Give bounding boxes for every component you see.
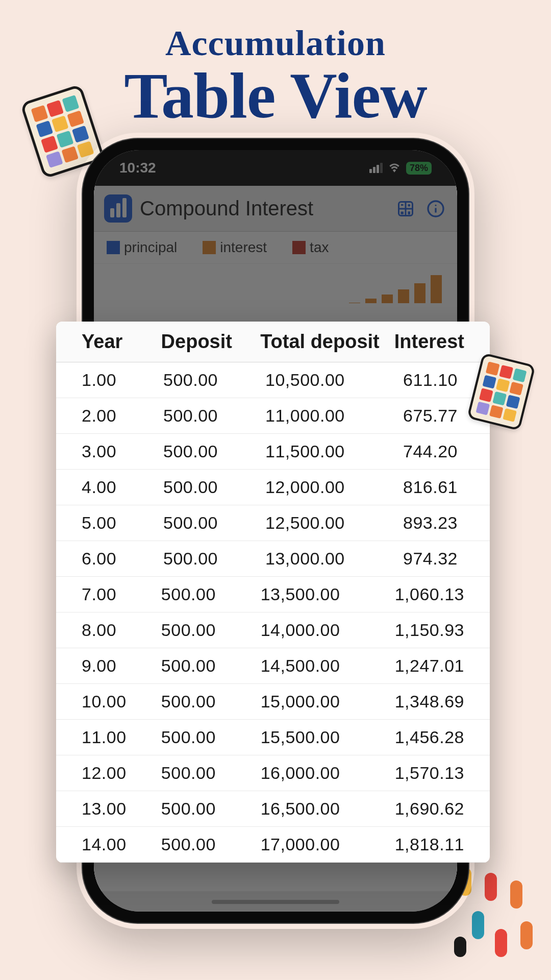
table-row[interactable]: 14.00500.0017,000.001,818.11	[56, 827, 490, 863]
cell-deposit: 500.00	[161, 727, 261, 747]
status-time: 10:32	[119, 160, 156, 176]
status-bar: 10:32 78%	[94, 150, 457, 186]
cellular-signal-icon	[369, 163, 383, 173]
swatch-icon	[292, 241, 306, 254]
cell-total: 15,500.00	[261, 727, 395, 747]
cell-deposit: 500.00	[163, 513, 265, 533]
app-title: Compound Interest	[140, 197, 387, 220]
table-row[interactable]: 3.00500.0011,500.00744.20	[56, 434, 490, 470]
table-row[interactable]: 11.00500.0015,500.001,456.28	[56, 720, 490, 755]
cell-interest: 1,456.28	[395, 727, 464, 747]
cell-interest: 1,150.93	[395, 620, 464, 640]
cell-deposit: 500.00	[163, 406, 265, 426]
table-row[interactable]: 7.00500.0013,500.001,060.13	[56, 577, 490, 612]
cell-year: 7.00	[82, 584, 161, 604]
cell-total: 16,000.00	[261, 763, 395, 783]
app-logo-icon	[104, 194, 132, 223]
col-header-deposit: Deposit	[161, 331, 261, 353]
cell-deposit: 500.00	[163, 370, 265, 390]
cell-deposit: 500.00	[161, 799, 261, 819]
table-header-row: Year Deposit Total deposit Interest	[56, 322, 490, 362]
cell-year: 1.00	[82, 370, 163, 390]
cell-year: 4.00	[82, 477, 163, 497]
cell-total: 15,000.00	[261, 692, 395, 712]
cell-deposit: 500.00	[163, 477, 265, 497]
cell-interest: 893.23	[403, 513, 464, 533]
table-row[interactable]: 1.00500.0010,500.00611.10	[56, 362, 490, 398]
cell-interest: 1,247.01	[395, 656, 464, 676]
cell-deposit: 500.00	[161, 584, 261, 604]
legend-principal: principal	[107, 239, 177, 256]
swatch-icon	[203, 241, 216, 254]
cell-total: 11,000.00	[265, 406, 403, 426]
swatch-icon	[107, 241, 120, 254]
cell-interest: 1,060.13	[395, 584, 464, 604]
chart-legend: principal interest tax	[94, 232, 457, 263]
svg-point-3	[435, 204, 437, 206]
cell-deposit: 500.00	[161, 620, 261, 640]
home-indicator	[212, 900, 339, 904]
cell-year: 2.00	[82, 406, 163, 426]
cell-total: 11,500.00	[265, 442, 403, 461]
cell-deposit: 500.00	[161, 835, 261, 854]
cell-year: 14.00	[82, 835, 161, 854]
cell-year: 13.00	[82, 799, 161, 819]
legend-interest: interest	[203, 239, 267, 256]
cell-year: 5.00	[82, 513, 163, 533]
cell-year: 12.00	[82, 763, 161, 783]
table-row[interactable]: 8.00500.0014,000.001,150.93	[56, 612, 490, 648]
cell-total: 12,000.00	[265, 477, 403, 497]
cell-total: 14,000.00	[261, 620, 395, 640]
battery-indicator: 78%	[406, 162, 432, 175]
cell-total: 14,500.00	[261, 656, 395, 676]
cell-interest: 974.32	[403, 549, 464, 569]
cell-year: 9.00	[82, 656, 161, 676]
info-button[interactable]	[424, 198, 447, 220]
cell-interest: 1,690.62	[395, 799, 464, 819]
cell-year: 8.00	[82, 620, 161, 640]
table-row[interactable]: 4.00500.0012,000.00816.61	[56, 470, 490, 505]
table-row[interactable]: 2.00500.0011,000.00675.77	[56, 398, 490, 434]
table-row[interactable]: 13.00500.0016,500.001,690.62	[56, 791, 490, 827]
cell-interest: 1,818.11	[395, 835, 464, 854]
col-header-year: Year	[82, 331, 161, 353]
accumulation-table-card[interactable]: Year Deposit Total deposit Interest 1.00…	[56, 322, 490, 863]
col-header-total: Total deposit	[260, 331, 394, 353]
cell-interest: 1,570.13	[395, 763, 464, 783]
table-row[interactable]: 5.00500.0012,500.00893.23	[56, 505, 490, 541]
cell-deposit: 500.00	[163, 549, 265, 569]
cell-total: 10,500.00	[265, 370, 403, 390]
table-row[interactable]: 10.00500.0015,000.001,348.69	[56, 684, 490, 720]
cell-deposit: 500.00	[161, 692, 261, 712]
promo-subtitle: Accumulation	[0, 26, 551, 61]
cell-year: 6.00	[82, 549, 163, 569]
legend-tax: tax	[292, 239, 329, 256]
table-row[interactable]: 6.00500.0013,000.00974.32	[56, 541, 490, 577]
col-header-interest: Interest	[394, 331, 464, 353]
cell-interest: 816.61	[403, 477, 464, 497]
table-row[interactable]: 9.00500.0014,500.001,247.01	[56, 648, 490, 684]
cell-deposit: 500.00	[161, 656, 261, 676]
cell-interest: 744.20	[403, 442, 464, 461]
table-row[interactable]: 12.00500.0016,000.001,570.13	[56, 755, 490, 791]
cell-interest: 611.10	[403, 370, 464, 390]
app-header: Compound Interest	[94, 186, 457, 232]
cell-deposit: 500.00	[161, 763, 261, 783]
cell-year: 3.00	[82, 442, 163, 461]
cell-total: 17,000.00	[261, 835, 395, 854]
cell-total: 12,500.00	[265, 513, 403, 533]
cell-total: 13,500.00	[261, 584, 395, 604]
cell-total: 16,500.00	[261, 799, 395, 819]
cell-year: 11.00	[82, 727, 161, 747]
cell-interest: 1,348.69	[395, 692, 464, 712]
cell-year: 10.00	[82, 692, 161, 712]
cell-deposit: 500.00	[163, 442, 265, 461]
cell-interest: 675.77	[403, 406, 464, 426]
wifi-icon	[388, 160, 401, 176]
cell-total: 13,000.00	[265, 549, 403, 569]
calculator-button[interactable]	[394, 198, 417, 220]
